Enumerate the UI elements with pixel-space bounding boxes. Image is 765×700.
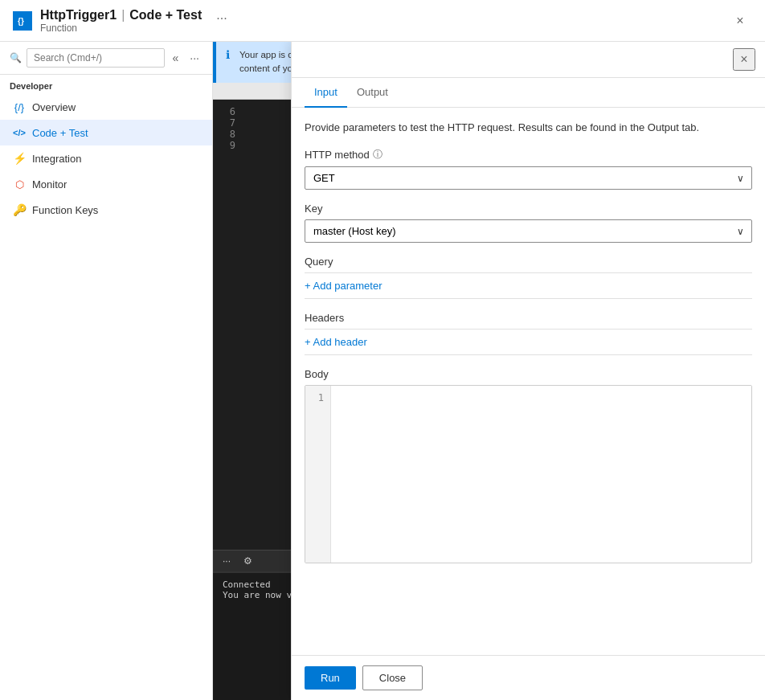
close-button[interactable]: Close: [362, 665, 423, 690]
sidebar-item-code-test[interactable]: </> Code + Test: [0, 120, 212, 145]
search-icon: 🔍: [10, 52, 22, 63]
query-divider-bottom: [305, 298, 752, 299]
app-icon: {}: [13, 11, 32, 31]
body-line-num-1: 1: [312, 392, 324, 403]
sidebar-more-button[interactable]: ···: [186, 50, 202, 66]
sidebar-item-monitor-label: Monitor: [32, 178, 67, 190]
http-method-info-icon: ⓘ: [373, 148, 382, 162]
body-editor: 1: [305, 385, 752, 563]
key-field: Key master (Host key) default (Function …: [305, 203, 752, 243]
test-panel: × Input Output Provide parameters to tes…: [291, 42, 765, 700]
sidebar-collapse-button[interactable]: «: [170, 50, 182, 66]
info-icon: ℹ: [226, 48, 230, 76]
log-more-button[interactable]: ···: [219, 554, 234, 568]
svg-text:{}: {}: [18, 17, 24, 26]
body-line-numbers: 1: [305, 386, 331, 563]
http-method-field: HTTP method ⓘ GET POST PUT DELETE PATCH: [305, 148, 752, 190]
query-label: Query: [305, 256, 752, 268]
headers-divider-bottom: [305, 354, 752, 355]
key-select-wrapper: master (Host key) default (Function key): [305, 219, 752, 243]
http-method-select-wrapper: GET POST PUT DELETE PATCH: [305, 166, 752, 190]
tab-output[interactable]: Output: [347, 78, 398, 108]
content-area: ℹ Your app is currently in read only mod…: [213, 42, 765, 700]
body-code-input[interactable]: [331, 386, 751, 563]
sidebar-item-code-test-label: Code + Test: [32, 127, 88, 139]
line-content-6: [245, 106, 248, 117]
header-page-title: Code + Test: [129, 8, 202, 23]
panel-description: Provide parameters to test the HTTP requ…: [305, 121, 752, 135]
panel-close-button[interactable]: ×: [733, 48, 755, 71]
panel-tabs: Input Output: [292, 78, 765, 108]
sidebar-item-overview-label: Overview: [32, 101, 76, 113]
header-separator: |: [121, 8, 125, 23]
panel-footer: Run Close: [292, 655, 765, 700]
headers-divider: [305, 329, 752, 330]
sidebar-item-integration-label: Integration: [32, 153, 81, 165]
key-select[interactable]: master (Host key) default (Function key): [305, 219, 752, 243]
integration-icon: ⚡: [13, 152, 26, 165]
run-button[interactable]: Run: [305, 666, 356, 690]
sidebar-section-developer: Developer: [0, 75, 212, 94]
log-filter-button[interactable]: ⚙: [240, 554, 256, 568]
sidebar-item-function-keys-label: Function Keys: [32, 204, 98, 216]
app-container: {} HttpTrigger1 | Code + Test ... Functi…: [0, 0, 765, 700]
body-label: Body: [305, 368, 752, 380]
http-method-label: HTTP method ⓘ: [305, 148, 752, 162]
sidebar-item-monitor[interactable]: ⬡ Monitor: [0, 171, 212, 197]
key-label: Key: [305, 203, 752, 215]
header-subtitle: Function: [40, 23, 227, 34]
query-divider: [305, 272, 752, 273]
headers-field: Headers + Add header: [305, 312, 752, 355]
code-test-icon: </>: [13, 126, 26, 139]
line-number-8: 8: [213, 129, 245, 140]
add-header-link[interactable]: + Add header: [305, 336, 367, 348]
search-input[interactable]: [27, 48, 165, 68]
monitor-icon: ⬡: [13, 178, 26, 190]
main-layout: 🔍 « ··· Developer {/} Overview </> Code …: [0, 42, 765, 700]
line-content-7: [245, 117, 248, 129]
panel-body: Provide parameters to test the HTTP requ…: [292, 108, 765, 655]
sidebar: 🔍 « ··· Developer {/} Overview </> Code …: [0, 42, 213, 700]
line-number-7: 7: [213, 117, 245, 129]
sidebar-search-row: 🔍 « ···: [0, 42, 212, 75]
line-number-6: 6: [213, 106, 245, 117]
add-parameter-link[interactable]: + Add parameter: [305, 280, 382, 292]
sidebar-item-integration[interactable]: ⚡ Integration: [0, 145, 212, 171]
header-more-button[interactable]: ...: [216, 8, 227, 23]
overview-icon: {/}: [13, 100, 26, 113]
line-content-8: [245, 129, 248, 140]
line-content-9: [245, 140, 248, 151]
tab-input[interactable]: Input: [305, 78, 347, 108]
sidebar-item-function-keys[interactable]: 🔑 Function Keys: [0, 197, 212, 223]
headers-label: Headers: [305, 312, 752, 324]
http-method-select[interactable]: GET POST PUT DELETE PATCH: [305, 166, 752, 190]
body-field: Body 1: [305, 368, 752, 563]
header-function-name: HttpTrigger1: [40, 8, 117, 23]
panel-header: ×: [292, 42, 765, 78]
body-editor-inner: 1: [305, 386, 751, 563]
top-header: {} HttpTrigger1 | Code + Test ... Functi…: [0, 0, 765, 42]
function-keys-icon: 🔑: [13, 203, 26, 216]
header-title-group: HttpTrigger1 | Code + Test ... Function: [40, 8, 227, 34]
query-field: Query + Add parameter: [305, 256, 752, 299]
header-close-button[interactable]: ×: [728, 9, 752, 33]
line-number-9: 9: [213, 140, 245, 151]
sidebar-item-overview[interactable]: {/} Overview: [0, 94, 212, 120]
